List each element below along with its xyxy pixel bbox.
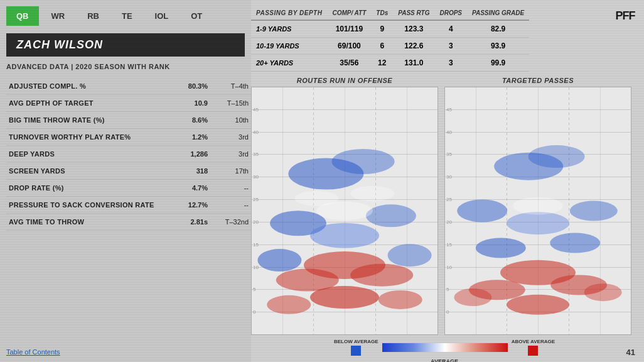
svg-point-29 bbox=[513, 197, 563, 215]
stat-value-0: 80.3% bbox=[161, 78, 210, 95]
above-average-label: ABOVE AVERAGE bbox=[512, 339, 555, 344]
passing-row: 20+ YARDS 35/56 12 131.0 3 99.9 bbox=[251, 55, 529, 72]
stat-rank-1: T–15th bbox=[210, 95, 251, 112]
stat-value-5: 318 bbox=[161, 163, 210, 180]
svg-point-6 bbox=[388, 244, 432, 266]
pff-logo: PFF bbox=[613, 6, 638, 25]
svg-point-14 bbox=[295, 191, 339, 206]
svg-point-9 bbox=[350, 264, 413, 287]
stat-value-4: 1,286 bbox=[161, 146, 210, 163]
pff-logo-text: PFF bbox=[616, 9, 635, 23]
targeted-heatmap-title: TARGETED PASSES bbox=[444, 77, 631, 84]
passing-drops-1: 3 bbox=[434, 38, 467, 55]
svg-point-17 bbox=[529, 145, 585, 168]
stat-name-1: AVG DEPTH OF TARGET bbox=[6, 95, 161, 112]
stat-row: BIG TIME THROW RATE (%) 8.6% 10th bbox=[6, 112, 251, 129]
svg-point-10 bbox=[310, 286, 379, 309]
below-average-color bbox=[351, 346, 361, 356]
tab-qb[interactable]: QB bbox=[6, 6, 39, 26]
svg-point-26 bbox=[507, 295, 569, 315]
col-header-passing-grade: PASSING GRADE bbox=[467, 6, 529, 20]
passing-grade-1: 93.9 bbox=[467, 38, 529, 55]
stat-rank-0: T–4th bbox=[210, 78, 251, 95]
svg-point-19 bbox=[570, 201, 618, 221]
player-name: ZACH WILSON bbox=[16, 38, 103, 51]
passing-by-depth-table: PASSING BY DEPTH COMP/ ATT TDs PASS RTG … bbox=[251, 6, 529, 72]
col-header-drops: DROPS bbox=[434, 6, 467, 20]
svg-point-11 bbox=[267, 295, 311, 314]
routes-heatmap-container: ROUTES RUN IN OFFENSE 45 40 35 bbox=[251, 77, 438, 335]
routes-heatmap-title: ROUTES RUN IN OFFENSE bbox=[251, 77, 438, 84]
stat-name-0: ADJUSTED COMPL. % bbox=[6, 78, 161, 95]
stat-rank-7: -- bbox=[210, 197, 251, 214]
targeted-heat-svg bbox=[445, 87, 631, 334]
above-average-color bbox=[528, 346, 538, 356]
season-label: ADVANCED DATA | 2020 SEASON WITH RANK bbox=[6, 63, 251, 70]
passing-row: 1-9 YARDS 101/119 9 123.3 4 82.9 bbox=[251, 20, 529, 38]
tab-wr[interactable]: WR bbox=[41, 6, 75, 26]
table-of-contents-link[interactable]: Table of Contents bbox=[6, 348, 251, 356]
stat-value-8: 2.81s bbox=[161, 214, 210, 231]
stat-rank-2: 10th bbox=[210, 112, 251, 129]
stat-value-2: 8.6% bbox=[161, 112, 210, 129]
stat-rank-5: 17th bbox=[210, 163, 251, 180]
stat-row: SCREEN YARDS 318 17th bbox=[6, 163, 251, 180]
col-header-comp-att: COMP/ ATT bbox=[327, 6, 371, 20]
svg-point-12 bbox=[378, 290, 422, 309]
svg-point-20 bbox=[507, 212, 569, 234]
stat-rank-8: T–32nd bbox=[210, 214, 251, 231]
left-panel: QB WR RB TE IOL OT ZACH WILSON ADVANCED … bbox=[0, 0, 251, 362]
stat-name-5: SCREEN YARDS bbox=[6, 163, 161, 180]
tab-te[interactable]: TE bbox=[112, 6, 142, 26]
passing-tds-0: 9 bbox=[371, 20, 393, 38]
tab-rb[interactable]: RB bbox=[77, 6, 109, 26]
stat-name-6: DROP RATE (%) bbox=[6, 180, 161, 197]
svg-point-28 bbox=[584, 283, 622, 301]
svg-point-4 bbox=[310, 223, 379, 248]
svg-point-5 bbox=[257, 249, 301, 272]
player-name-box: ZACH WILSON bbox=[6, 33, 245, 57]
stat-row: DROP RATE (%) 4.7% -- bbox=[6, 180, 251, 197]
passing-drops-2: 3 bbox=[434, 55, 467, 72]
stat-name-8: AVG TIME TO THROW bbox=[6, 214, 161, 231]
below-average-label: BELOW AVERAGE bbox=[334, 339, 378, 344]
stats-table: ADJUSTED COMPL. % 80.3% T–4th AVG DEPTH … bbox=[6, 78, 251, 231]
passing-depth-1: 10-19 YARDS bbox=[251, 38, 327, 55]
position-tabs: QB WR RB TE IOL OT bbox=[6, 6, 251, 26]
stat-name-7: PRESSURE TO SACK CONVERSION RATE bbox=[6, 197, 161, 214]
passing-row: 10-19 YARDS 69/100 6 122.6 3 93.9 bbox=[251, 38, 529, 55]
passing-rtg-0: 123.3 bbox=[393, 20, 434, 38]
tab-iol[interactable]: IOL bbox=[145, 6, 179, 26]
stat-name-2: BIG TIME THROW RATE (%) bbox=[6, 112, 161, 129]
stat-row: TURNOVER WORTHY PLAY RATE% 1.2% 3rd bbox=[6, 129, 251, 146]
passing-rtg-2: 131.0 bbox=[393, 55, 434, 72]
passing-comp-att-1: 69/100 bbox=[327, 38, 371, 55]
stat-row: ADJUSTED COMPL. % 80.3% T–4th bbox=[6, 78, 251, 95]
page-number: 41 bbox=[626, 348, 635, 357]
svg-point-27 bbox=[454, 288, 491, 306]
stat-value-1: 10.9 bbox=[161, 95, 210, 112]
passing-grade-2: 99.9 bbox=[467, 55, 529, 72]
legend-row: BELOW AVERAGE ABOVE AVERAGE AVERAGE bbox=[251, 339, 638, 356]
main-container: QB WR RB TE IOL OT ZACH WILSON ADVANCED … bbox=[0, 0, 644, 362]
stat-row: AVG TIME TO THROW 2.81s T–32nd bbox=[6, 214, 251, 231]
stat-value-7: 12.7% bbox=[161, 197, 210, 214]
passing-depth-0: 1-9 YARDS bbox=[251, 20, 327, 38]
stat-rank-3: 3rd bbox=[210, 129, 251, 146]
targeted-heatmap-container: TARGETED PASSES 45 40 35 bbox=[444, 77, 631, 335]
stat-row: AVG DEPTH OF TARGET 10.9 T–15th bbox=[6, 95, 251, 112]
stat-value-6: 4.7% bbox=[161, 180, 210, 197]
targeted-heatmap: 45 40 35 30 25 20 15 10 5 0 bbox=[444, 87, 631, 335]
passing-comp-att-2: 35/56 bbox=[327, 55, 371, 72]
svg-point-1 bbox=[332, 149, 395, 174]
passing-rtg-1: 122.6 bbox=[393, 38, 434, 55]
svg-point-21 bbox=[476, 238, 526, 258]
passing-depth-2: 20+ YARDS bbox=[251, 55, 327, 72]
svg-point-18 bbox=[457, 200, 507, 222]
tab-ot[interactable]: OT bbox=[181, 6, 212, 26]
svg-point-3 bbox=[366, 204, 416, 227]
passing-comp-att-0: 101/119 bbox=[327, 20, 371, 38]
right-panel: PASSING BY DEPTH COMP/ ATT TDs PASS RTG … bbox=[251, 0, 644, 362]
col-header-tds: TDs bbox=[371, 6, 393, 20]
routes-heat-svg bbox=[252, 87, 437, 334]
